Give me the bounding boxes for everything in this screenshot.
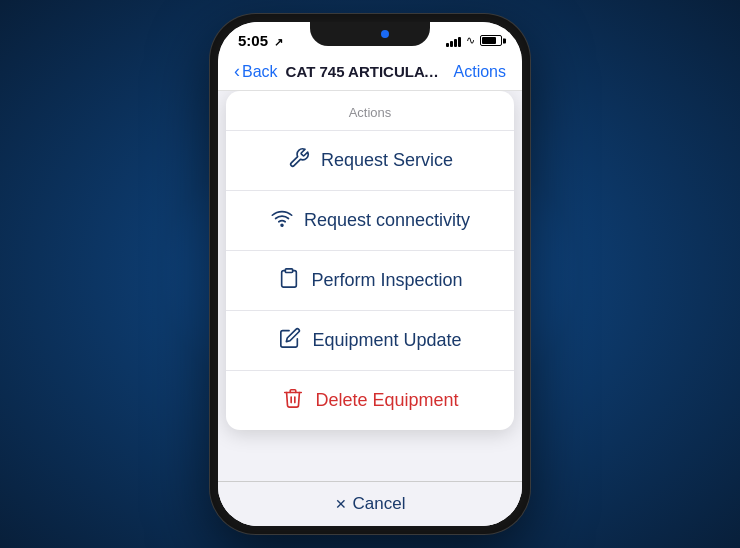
signal-icon <box>446 35 461 47</box>
nav-bar: ‹ Back CAT 745 ARTICULATED TR... Actions <box>218 53 522 91</box>
content-area: Actions Request Service <box>218 91 522 526</box>
action-equipment-update[interactable]: Equipment Update <box>226 311 514 371</box>
action-sheet: Actions Request Service <box>226 91 514 430</box>
location-arrow-icon: ↗ <box>274 36 283 48</box>
notch <box>310 22 430 46</box>
battery-icon <box>480 35 502 46</box>
request-connectivity-label: Request connectivity <box>304 210 470 231</box>
perform-inspection-label: Perform Inspection <box>311 270 462 291</box>
time-display: 5:05 <box>238 32 268 49</box>
action-request-connectivity[interactable]: Request connectivity <box>226 191 514 251</box>
status-icons: ∿ <box>446 34 502 47</box>
status-time: 5:05 ↗ <box>238 32 283 49</box>
back-button[interactable]: ‹ Back <box>234 61 278 82</box>
equipment-update-label: Equipment Update <box>312 330 461 351</box>
connectivity-icon <box>270 207 294 234</box>
trash-icon <box>281 387 305 414</box>
wrench-icon <box>287 147 311 174</box>
svg-rect-1 <box>286 269 293 273</box>
cancel-bar: ✕ Cancel <box>218 481 522 526</box>
phone-frame: 5:05 ↗ ∿ ‹ Back CAT <box>210 14 530 534</box>
cancel-label[interactable]: Cancel <box>353 494 406 514</box>
svg-point-0 <box>281 224 283 226</box>
action-delete-equipment[interactable]: Delete Equipment <box>226 371 514 430</box>
cancel-icon: ✕ <box>335 496 347 512</box>
camera-dot <box>381 30 389 38</box>
action-request-service[interactable]: Request Service <box>226 131 514 191</box>
sheet-title: Actions <box>226 91 514 130</box>
delete-equipment-label: Delete Equipment <box>315 390 458 411</box>
edit-icon <box>278 327 302 354</box>
back-chevron-icon: ‹ <box>234 61 240 82</box>
wifi-icon: ∿ <box>466 34 475 47</box>
page-title: CAT 745 ARTICULATED TR... <box>278 63 454 80</box>
cancel-button[interactable]: ✕ Cancel <box>335 494 406 514</box>
action-perform-inspection[interactable]: Perform Inspection <box>226 251 514 311</box>
clipboard-icon <box>277 267 301 294</box>
request-service-label: Request Service <box>321 150 453 171</box>
back-label[interactable]: Back <box>242 63 278 81</box>
phone-screen: 5:05 ↗ ∿ ‹ Back CAT <box>218 22 522 526</box>
actions-button[interactable]: Actions <box>454 63 506 81</box>
